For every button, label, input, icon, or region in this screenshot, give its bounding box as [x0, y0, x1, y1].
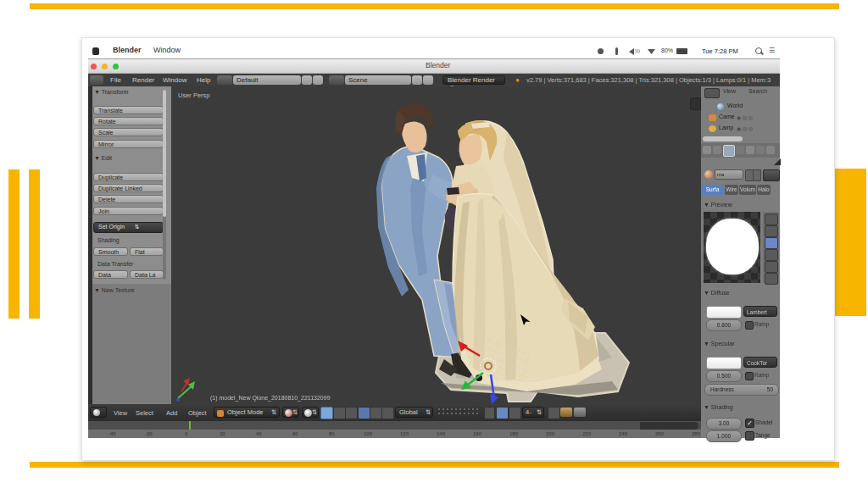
svg-text:(1) model_New Qlone_20180810_2: (1) model_New Qlone_20180810_221132099	[210, 395, 331, 402]
